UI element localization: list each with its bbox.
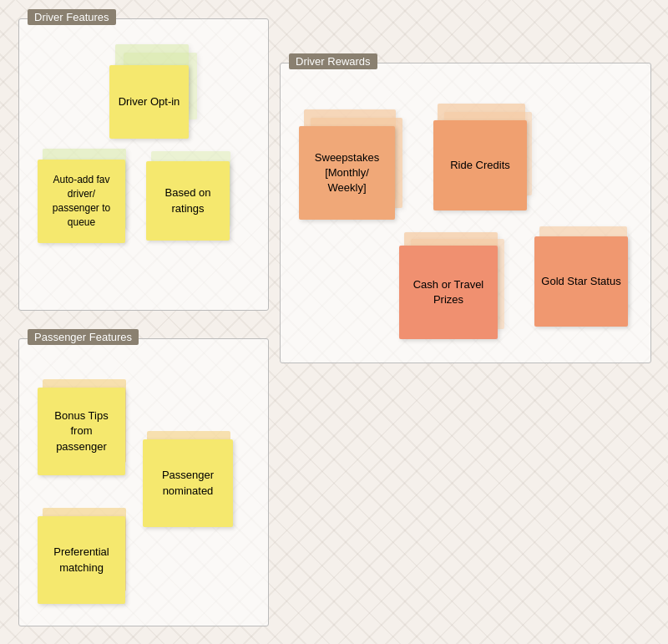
ride-credits-note[interactable]: Ride Credits bbox=[433, 120, 527, 210]
bonus-tips-note[interactable]: Bonus Tips from passenger bbox=[38, 388, 125, 475]
preferential-matching-note[interactable]: Preferential matching bbox=[38, 516, 125, 604]
cash-prizes-note[interactable]: Cash or Travel Prizes bbox=[399, 246, 498, 339]
driver-rewards-label: Driver Rewards bbox=[289, 53, 377, 69]
passenger-features-label: Passenger Features bbox=[28, 329, 139, 345]
auto-add-note[interactable]: Auto-add fav driver/ passenger to queue bbox=[38, 160, 125, 243]
driver-features-section: Driver Features Driver Opt-in Auto-add f… bbox=[18, 18, 269, 311]
driver-opt-in-note[interactable]: Driver Opt-in bbox=[109, 65, 189, 139]
passenger-features-section: Passenger Features Bonus Tips from passe… bbox=[18, 338, 269, 626]
driver-rewards-section: Driver Rewards Sweepstakes [Monthly/ Wee… bbox=[280, 63, 651, 363]
sweepstakes-note[interactable]: Sweepstakes [Monthly/ Weekly] bbox=[299, 126, 395, 220]
passenger-nominated-note[interactable]: Passenger nominated bbox=[143, 439, 233, 527]
gold-star-note[interactable]: Gold Star Status bbox=[534, 236, 628, 327]
driver-features-label: Driver Features bbox=[28, 9, 116, 25]
based-on-ratings-note[interactable]: Based on ratings bbox=[146, 161, 230, 241]
